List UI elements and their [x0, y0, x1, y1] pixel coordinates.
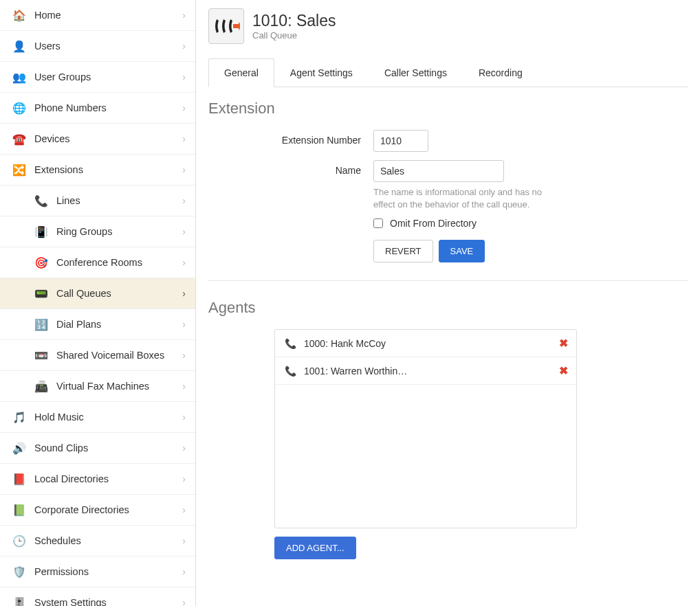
- chevron-right-icon: ›: [182, 350, 186, 361]
- extension-number-input[interactable]: [373, 130, 428, 152]
- phone-icon: 📞: [283, 338, 297, 349]
- sidebar-item-virtual-fax[interactable]: 📠Virtual Fax Machines›: [0, 371, 195, 402]
- call-queues-icon: 📟: [33, 285, 50, 302]
- add-agent-button[interactable]: ADD AGENT...: [274, 537, 356, 559]
- chevron-right-icon: ›: [182, 504, 186, 515]
- chevron-right-icon: ›: [182, 535, 186, 546]
- save-button[interactable]: SAVE: [439, 240, 485, 262]
- sidebar-item-label: Virtual Fax Machines: [56, 381, 182, 392]
- sidebar-item-users[interactable]: 👤Users›: [0, 31, 195, 62]
- sidebar-item-label: Lines: [56, 195, 182, 206]
- tab-caller-settings[interactable]: Caller Settings: [369, 58, 463, 87]
- lines-icon: 📞: [33, 192, 50, 209]
- sidebar-item-phone-numbers[interactable]: 🌐Phone Numbers›: [0, 93, 195, 124]
- sidebar-item-system-settings[interactable]: 🎚️System Settings›: [0, 587, 195, 606]
- sidebar-item-permissions[interactable]: 🛡️Permissions›: [0, 557, 195, 587]
- page-header: 1010: Sales Call Queue: [208, 8, 688, 44]
- virtual-fax-icon: 📠: [33, 378, 50, 394]
- local-directories-icon: 📕: [11, 471, 28, 487]
- omit-from-directory-label: Omit From Directory: [390, 218, 477, 229]
- page-subtitle: Call Queue: [252, 30, 336, 41]
- sidebar-item-label: Ring Groups: [56, 226, 182, 237]
- sound-clips-icon: 🔊: [11, 440, 28, 456]
- sidebar-item-label: Permissions: [34, 566, 182, 577]
- chevron-right-icon: ›: [182, 412, 186, 423]
- remove-agent-icon[interactable]: ✖: [559, 364, 568, 377]
- extension-number-label: Extension Number: [208, 130, 373, 146]
- name-label: Name: [208, 160, 373, 176]
- sidebar-item-label: Extensions: [34, 164, 182, 175]
- user-groups-icon: 👥: [11, 69, 28, 85]
- sidebar-item-shared-voicemail[interactable]: 📼Shared Voicemail Boxes›: [0, 340, 195, 371]
- section-title-extension: Extension: [208, 100, 688, 117]
- tab-agent-settings[interactable]: Agent Settings: [274, 58, 369, 87]
- tab-recording[interactable]: Recording: [463, 58, 538, 87]
- call-queue-icon: [208, 8, 244, 44]
- section-divider: [208, 280, 688, 281]
- phone-numbers-icon: 🌐: [11, 100, 28, 116]
- sidebar-item-dial-plans[interactable]: 🔢Dial Plans›: [0, 309, 195, 340]
- chevron-right-icon: ›: [182, 288, 186, 299]
- sidebar-item-corporate-directories[interactable]: 📗Corporate Directories›: [0, 495, 195, 526]
- section-title-agents: Agents: [208, 299, 688, 317]
- chevron-right-icon: ›: [182, 381, 186, 392]
- sidebar-item-label: User Groups: [34, 71, 182, 82]
- chevron-right-icon: ›: [182, 566, 186, 577]
- sidebar-item-lines[interactable]: 📞Lines›: [0, 186, 195, 216]
- agent-row[interactable]: 📞1000: Hank McCoy✖: [275, 330, 576, 357]
- sidebar-item-label: Shared Voicemail Boxes: [56, 350, 182, 361]
- agent-label: 1000: Hank McCoy: [304, 338, 559, 349]
- home-icon: 🏠: [11, 7, 28, 23]
- system-settings-icon: 🎚️: [11, 594, 28, 606]
- page-title: 1010: Sales: [252, 12, 336, 30]
- conference-rooms-icon: 🎯: [33, 254, 50, 271]
- chevron-right-icon: ›: [182, 257, 186, 268]
- users-icon: 👤: [11, 38, 28, 54]
- chevron-right-icon: ›: [182, 597, 186, 606]
- omit-from-directory-checkbox[interactable]: [373, 218, 383, 228]
- sidebar: 🏠Home›👤Users›👥User Groups›🌐Phone Numbers…: [0, 0, 196, 606]
- revert-button[interactable]: REVERT: [373, 240, 433, 262]
- sidebar-item-label: Conference Rooms: [56, 257, 182, 268]
- sidebar-item-sound-clips[interactable]: 🔊Sound Clips›: [0, 433, 195, 464]
- main-content: 1010: Sales Call Queue GeneralAgent Sett…: [196, 0, 700, 606]
- sidebar-item-label: Devices: [34, 133, 182, 144]
- chevron-right-icon: ›: [182, 442, 186, 453]
- ring-groups-icon: 📳: [33, 223, 50, 240]
- sidebar-item-ring-groups[interactable]: 📳Ring Groups›: [0, 216, 195, 247]
- sidebar-item-call-queues[interactable]: 📟Call Queues›: [0, 278, 195, 309]
- sidebar-item-label: Call Queues: [56, 288, 182, 299]
- sidebar-item-label: Local Directories: [34, 473, 182, 484]
- sidebar-item-conference-rooms[interactable]: 🎯Conference Rooms›: [0, 247, 195, 278]
- agents-list: 📞1000: Hank McCoy✖📞1001: Warren Worthin……: [274, 329, 577, 528]
- tabs: GeneralAgent SettingsCaller SettingsReco…: [208, 58, 688, 87]
- sidebar-item-user-groups[interactable]: 👥User Groups›: [0, 62, 195, 93]
- chevron-right-icon: ›: [182, 473, 186, 484]
- sidebar-item-devices[interactable]: ☎️Devices›: [0, 124, 195, 155]
- sidebar-item-label: Users: [34, 41, 182, 52]
- devices-icon: ☎️: [11, 131, 28, 147]
- sidebar-item-extensions[interactable]: 🔀Extensions›: [0, 155, 195, 186]
- hold-music-icon: 🎵: [11, 409, 28, 425]
- sidebar-item-label: Dial Plans: [56, 319, 182, 330]
- chevron-right-icon: ›: [182, 195, 186, 206]
- remove-agent-icon[interactable]: ✖: [559, 337, 568, 350]
- schedules-icon: 🕒: [11, 532, 28, 549]
- sidebar-item-label: Hold Music: [34, 412, 182, 423]
- permissions-icon: 🛡️: [11, 563, 28, 580]
- sidebar-item-local-directories[interactable]: 📕Local Directories›: [0, 464, 195, 495]
- sidebar-item-home[interactable]: 🏠Home›: [0, 0, 195, 31]
- agent-label: 1001: Warren Worthin…: [304, 366, 559, 377]
- sidebar-item-label: Home: [34, 10, 182, 21]
- agent-row[interactable]: 📞1001: Warren Worthin…✖: [275, 357, 576, 385]
- svg-rect-0: [233, 24, 239, 28]
- sidebar-item-hold-music[interactable]: 🎵Hold Music›: [0, 402, 195, 433]
- tab-general[interactable]: General: [208, 58, 274, 87]
- name-input[interactable]: [373, 160, 504, 182]
- sidebar-item-label: System Settings: [34, 597, 182, 606]
- dial-plans-icon: 🔢: [33, 316, 50, 333]
- shared-voicemail-icon: 📼: [33, 347, 50, 363]
- chevron-right-icon: ›: [182, 10, 186, 21]
- chevron-right-icon: ›: [182, 41, 186, 52]
- sidebar-item-schedules[interactable]: 🕒Schedules›: [0, 526, 195, 557]
